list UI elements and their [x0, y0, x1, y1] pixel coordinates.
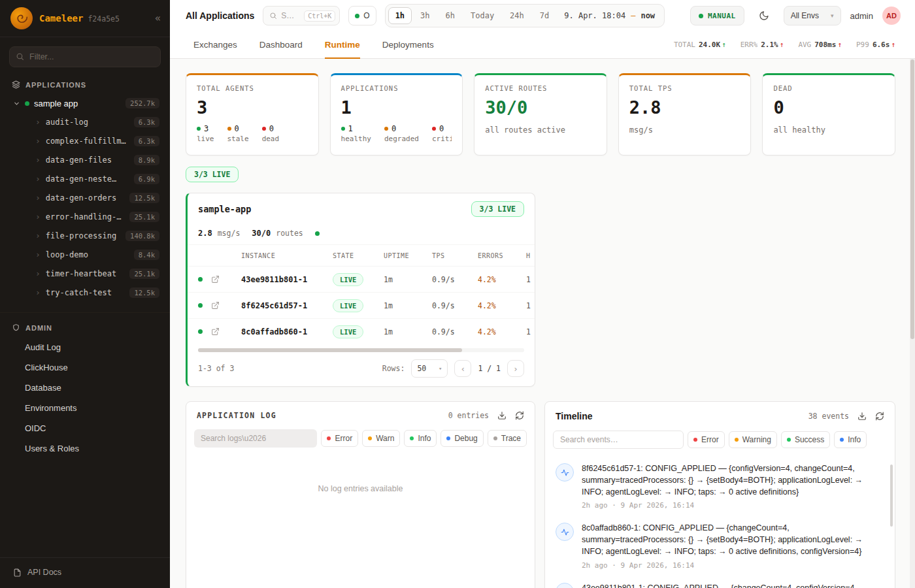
- stat-card-applications: APPLICATIONS 1 1healthy 0degraded 0criti: [330, 73, 463, 155]
- api-docs-link[interactable]: API Docs: [0, 557, 170, 588]
- refresh-icon[interactable]: [515, 411, 524, 420]
- global-search-placeholder: S…: [281, 11, 300, 20]
- date-range-separator: —: [631, 11, 635, 20]
- chameleon-logo-icon: [15, 12, 28, 25]
- horizontal-scrollbar-thumb[interactable]: [198, 348, 462, 352]
- online-toggle[interactable]: O: [348, 6, 376, 25]
- tab-runtime[interactable]: Runtime: [325, 31, 360, 59]
- sidebar-item-sample-app[interactable]: sample app 252.7k: [0, 94, 170, 112]
- log-filter-trace[interactable]: Trace: [488, 430, 527, 447]
- status-dot: [432, 127, 436, 131]
- timeline-filter-info[interactable]: Info: [834, 431, 867, 448]
- sidebar-item-data-gen-nested[interactable]: ›data-gen-neste…6.9k: [0, 169, 170, 188]
- sidebar-item-environments[interactable]: Environments: [0, 398, 170, 418]
- log-filter-info[interactable]: Info: [404, 430, 437, 447]
- sidebar-item-error-handling[interactable]: ›error-handling-…25.1k: [0, 207, 170, 226]
- log-filter-error[interactable]: Error: [321, 430, 358, 447]
- count-badge: 6.9k: [134, 174, 159, 184]
- sidebar-item-audit-log[interactable]: ›audit-log6.3k: [0, 112, 170, 131]
- log-filter-warn[interactable]: Warn: [362, 430, 400, 447]
- environment-select[interactable]: All Envs ▾: [784, 6, 841, 25]
- row-range-label: 1-3 of 3: [198, 364, 234, 373]
- application-log-panel: APPLICATION LOG 0 entries Error Warn Inf…: [186, 401, 535, 588]
- table-row[interactable]: 8c0affadb860-1 LIVE 1m 0.9/s 4.2% 1: [188, 318, 535, 344]
- h-cell: 1: [526, 327, 535, 336]
- time-range-24h[interactable]: 24h: [503, 7, 531, 24]
- sidebar-item-database[interactable]: Database: [0, 378, 170, 398]
- log-search-input[interactable]: [194, 429, 317, 448]
- timeline-search-input[interactable]: [553, 431, 684, 449]
- dark-mode-toggle[interactable]: [754, 6, 774, 25]
- table-row[interactable]: 8f6245c61d57-1 LIVE 1m 0.9/s 4.2% 1: [188, 292, 535, 318]
- timeline-filter-success[interactable]: Success: [781, 431, 830, 448]
- sidebar-filter-input[interactable]: [9, 46, 161, 67]
- time-range-1h[interactable]: 1h: [388, 7, 412, 24]
- sidebar-item-try-catch-test[interactable]: ›try-catch-test12.5k: [0, 283, 170, 302]
- sidebar-item-data-gen-files[interactable]: ›data-gen-files8.9k: [0, 150, 170, 169]
- log-panel-header: APPLICATION LOG 0 entries: [186, 402, 535, 428]
- external-link-icon[interactable]: [211, 327, 241, 336]
- stat-card-title: APPLICATIONS: [341, 84, 452, 92]
- status-dot: [25, 101, 29, 106]
- log-filter-debug[interactable]: Debug: [441, 430, 483, 447]
- page-scrollbar[interactable]: [910, 59, 915, 588]
- time-range-3h[interactable]: 3h: [413, 7, 437, 24]
- timeline-filter-warning[interactable]: Warning: [729, 431, 777, 448]
- stat-card-value: 1: [341, 97, 452, 118]
- external-link-icon[interactable]: [211, 301, 241, 310]
- sidebar-item-users-roles[interactable]: Users & Roles: [0, 438, 170, 459]
- warning-dot: [735, 438, 739, 442]
- time-range-6h[interactable]: 6h: [439, 7, 462, 24]
- status-dot: [699, 14, 703, 18]
- manual-mode-button[interactable]: MANUAL: [690, 6, 744, 25]
- rows-per-page-select[interactable]: 50 ▾: [411, 359, 448, 378]
- status-dot: [315, 231, 320, 236]
- timeline-event[interactable]: 8c0affadb860-1: CONFIG_APPLIED — {change…: [556, 516, 883, 576]
- stat-card-total-agents: TOTAL AGENTS 3 3live 0stale 0dead: [186, 73, 319, 155]
- sidebar-item-file-processing[interactable]: ›file-processing140.8k: [0, 226, 170, 245]
- page-scrollbar-thumb[interactable]: [910, 59, 914, 339]
- instance-id: 43ee9811b801-1: [241, 275, 333, 284]
- global-search[interactable]: S… Ctrl+K: [263, 6, 340, 25]
- chevron-right-icon: ›: [35, 212, 41, 221]
- application-name[interactable]: sample-app: [198, 204, 251, 214]
- stat-card-subtitle: all healthy: [773, 125, 884, 135]
- timeline-events-count: 38 events: [808, 412, 849, 421]
- sidebar-item-data-gen-orders[interactable]: ›data-gen-orders12.5k: [0, 188, 170, 207]
- prev-page-button[interactable]: ‹: [454, 360, 471, 377]
- sidebar-item-complex-fulfillment[interactable]: ›complex-fulfillm…6.3k: [0, 131, 170, 150]
- time-range-today[interactable]: Today: [463, 7, 501, 24]
- timeline-event[interactable]: 43ee9811b801-1: CONFIG_APPLIED — {change…: [556, 576, 883, 588]
- sidebar-item-timer-heartbeat[interactable]: ›timer-heartbeat25.1k: [0, 264, 170, 283]
- stat-card-value: 2.8: [629, 97, 740, 118]
- tps-cell: 0.9/s: [432, 327, 478, 336]
- state-badge: LIVE: [333, 299, 363, 312]
- sidebar-item-oidc[interactable]: OIDC: [0, 418, 170, 438]
- tps-cell: 0.9/s: [432, 275, 478, 284]
- timeline-filter-error[interactable]: Error: [688, 431, 725, 448]
- applications-section-header: APPLICATIONS: [0, 70, 170, 94]
- column-header-errors: ERRORS: [478, 252, 526, 259]
- external-link-icon[interactable]: [211, 275, 241, 284]
- sidebar-item-loop-demo[interactable]: ›loop-demo8.4k: [0, 245, 170, 264]
- table-footer: 1-3 of 3 Rows: 50 ▾ ‹ 1 / 1 ›: [188, 352, 535, 386]
- download-icon[interactable]: [497, 411, 507, 420]
- user-name: admin: [850, 11, 873, 21]
- timeline-event[interactable]: 8f6245c61d57-1: CONFIG_APPLIED — {config…: [556, 457, 883, 516]
- applications-section-label: APPLICATIONS: [25, 81, 86, 89]
- sidebar-item-audit-log-admin[interactable]: Audit Log: [0, 337, 170, 357]
- status-dot: [198, 303, 203, 308]
- tab-exchanges[interactable]: Exchanges: [193, 31, 237, 59]
- next-page-button[interactable]: ›: [507, 360, 524, 377]
- tab-deployments[interactable]: Deployments: [382, 31, 434, 59]
- tab-dashboard[interactable]: Dashboard: [259, 31, 303, 59]
- refresh-icon[interactable]: [875, 412, 884, 421]
- download-icon[interactable]: [857, 412, 867, 421]
- avatar[interactable]: AD: [882, 7, 901, 25]
- timeline-scrollbar-thumb[interactable]: [890, 465, 893, 527]
- time-range-7d[interactable]: 7d: [533, 7, 556, 24]
- sidebar-collapse-button[interactable]: «: [155, 12, 161, 24]
- date-range[interactable]: 9. Apr. 18:04 — now: [564, 11, 655, 20]
- table-row[interactable]: 43ee9811b801-1 LIVE 1m 0.9/s 4.2% 1: [188, 266, 535, 292]
- sidebar-item-clickhouse[interactable]: ClickHouse: [0, 357, 170, 378]
